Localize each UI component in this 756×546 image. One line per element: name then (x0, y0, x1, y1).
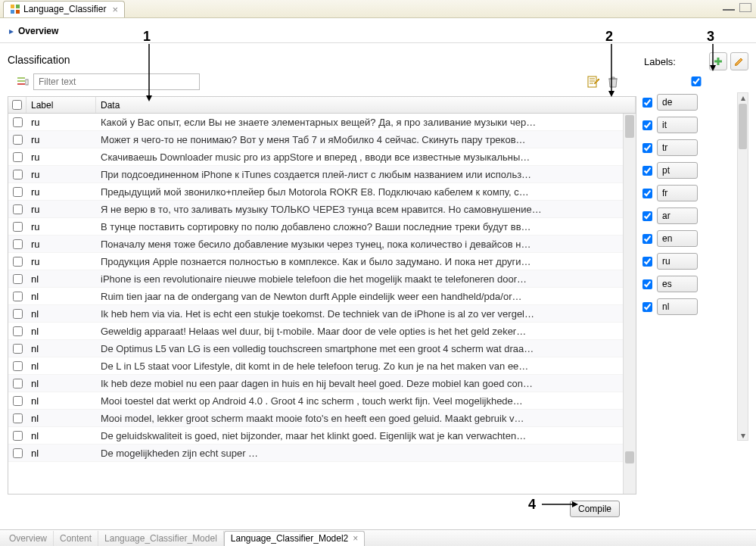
row-checkbox[interactable] (13, 222, 23, 232)
row-checkbox[interactable] (13, 274, 23, 284)
label-checkbox[interactable] (642, 234, 652, 244)
close-icon[interactable]: × (353, 533, 358, 544)
table-scrollbar[interactable] (623, 114, 636, 494)
label-chip[interactable]: ru (657, 253, 698, 270)
row-checkbox[interactable] (13, 326, 23, 336)
label-chip[interactable]: es (657, 276, 698, 292)
row-checkbox[interactable] (13, 309, 23, 319)
table-row[interactable]: nlMooi model, lekker groot scherm maakt … (8, 410, 636, 427)
bottom-tab-content[interactable]: Content (54, 531, 98, 546)
label-checkbox[interactable] (642, 98, 652, 108)
label-checkbox[interactable] (642, 302, 652, 312)
row-checkbox[interactable] (13, 344, 23, 354)
row-data: В тунце поставить сортировку по полю доб… (96, 221, 636, 232)
row-checkbox[interactable] (13, 135, 23, 145)
row-checkbox[interactable] (13, 448, 23, 458)
bottom-tab-model[interactable]: Language_Classifier_Model (98, 531, 224, 546)
label-checkbox[interactable] (642, 279, 652, 289)
row-checkbox[interactable] (13, 292, 23, 301)
row-checkbox[interactable] (13, 396, 23, 406)
label-chip[interactable]: nl (657, 298, 698, 315)
table-row[interactable]: ruПоначалу меня тоже бесило добавление м… (8, 236, 636, 253)
row-label: ru (26, 186, 96, 198)
compile-button[interactable]: Compile (570, 501, 620, 517)
label-checkbox[interactable] (642, 120, 652, 130)
add-label-button[interactable] (709, 52, 727, 70)
table-row[interactable]: ruПредыдущий мой звонилко+плейер был Mot… (8, 183, 636, 201)
labels-master-checkbox[interactable] (644, 76, 748, 86)
delete-icon[interactable] (606, 75, 620, 89)
scrollbar-thumb[interactable] (739, 104, 747, 149)
row-data: Ruim tien jaar na de ondergang van de Ne… (96, 291, 636, 302)
scrollbar-thumb[interactable] (625, 451, 634, 463)
column-data[interactable]: Data (96, 97, 636, 113)
row-checkbox[interactable] (13, 361, 23, 371)
overview-header[interactable]: ▸ Overview (0, 18, 756, 42)
row-data: При подсоединенном iPhone к iTunes созда… (96, 169, 636, 180)
filter-icon[interactable] (17, 76, 29, 88)
row-label: nl (26, 273, 96, 285)
row-data: De L in L5 staat voor Lifestyle, dit kom… (96, 360, 636, 372)
row-checkbox[interactable] (13, 431, 23, 441)
scrollbar-thumb[interactable] (625, 115, 634, 138)
label-chip[interactable]: pt (657, 162, 698, 179)
table-row[interactable]: ruВ тунце поставить сортировку по полю д… (8, 218, 636, 236)
table-row[interactable]: ruКакой у Вас опыт, если Вы не знаете эл… (8, 114, 636, 131)
maximize-button[interactable] (739, 3, 751, 12)
row-checkbox[interactable] (13, 204, 23, 214)
svg-rect-2 (11, 10, 14, 14)
table-row[interactable]: nliPhone is een revolutionaire nieuwe mo… (8, 270, 636, 288)
row-data: Ik heb hem via via. Het is echt een stuk… (96, 308, 636, 320)
select-all-checkbox[interactable] (12, 100, 22, 110)
row-checkbox[interactable] (13, 379, 23, 388)
table-row[interactable]: nlDe L in L5 staat voor Lifestyle, dit k… (8, 357, 636, 375)
table-row[interactable]: nlIk heb deze mobiel nu een paar dagen i… (8, 375, 636, 392)
close-icon[interactable]: × (112, 5, 118, 14)
scroll-up-icon[interactable]: ▴ (738, 93, 748, 102)
table-row[interactable]: nlGeweldig apparaat! Helaas wel duur, bi… (8, 323, 636, 340)
label-chip[interactable]: it (657, 117, 698, 133)
label-chip[interactable]: de (657, 94, 698, 111)
table-row[interactable]: nlDe geluidskwaliteit is goed, niet bijz… (8, 427, 636, 445)
label-chip[interactable]: fr (657, 185, 698, 201)
editor-tab[interactable]: Language_Classifier × (3, 1, 125, 17)
minimize-button[interactable] (723, 3, 735, 11)
row-checkbox[interactable] (13, 152, 23, 162)
row-data: Mooi model, lekker groot scherm maakt mo… (96, 413, 636, 424)
table-row[interactable]: ruПродукция Apple познается полностью в … (8, 253, 636, 270)
filter-input[interactable] (33, 73, 200, 90)
table-row[interactable]: nlMooi toestel dat werkt op Android 4.0 … (8, 392, 636, 410)
table-row[interactable]: nlRuim tien jaar na de ondergang van de … (8, 288, 636, 305)
row-checkbox[interactable] (13, 239, 23, 249)
label-checkbox[interactable] (642, 189, 652, 198)
bottom-tab-model2[interactable]: Language_Classifier_Model2 × (224, 531, 365, 546)
label-checkbox[interactable] (642, 257, 652, 267)
label-chip[interactable]: en (657, 230, 698, 247)
column-checkbox[interactable] (8, 97, 26, 113)
label-chip[interactable]: ar (657, 207, 698, 224)
classifier-icon (10, 4, 20, 14)
row-checkbox[interactable] (13, 170, 23, 179)
row-checkbox[interactable] (13, 257, 23, 267)
label-checkbox[interactable] (642, 143, 652, 153)
table-row[interactable]: ruСкачиваешь Downloader music pro из app… (8, 148, 636, 166)
label-checkbox[interactable] (642, 166, 652, 176)
column-label[interactable]: Label (26, 97, 96, 113)
table-row[interactable]: nlDe Optimus L5 van LG is een volledig t… (8, 340, 636, 357)
row-checkbox[interactable] (13, 117, 23, 127)
bottom-tab-overview[interactable]: Overview (3, 531, 54, 546)
edit-icon[interactable] (586, 75, 600, 89)
table-row[interactable]: ruЯ не верю в то, что заливать музыку ТО… (8, 201, 636, 218)
table-row[interactable]: ruМожет я чего-то не понимаю? Вот у меня… (8, 131, 636, 148)
row-checkbox[interactable] (13, 413, 23, 423)
scroll-down-icon[interactable]: ▾ (738, 431, 748, 440)
table-row[interactable]: nlIk heb hem via via. Het is echt een st… (8, 305, 636, 323)
table-row[interactable]: nlDe mogelijkheden zijn echt super … (8, 445, 636, 462)
label-chip[interactable]: tr (657, 139, 698, 156)
classification-title: Classification (8, 54, 636, 66)
table-row[interactable]: ruПри подсоединенном iPhone к iTunes соз… (8, 166, 636, 183)
row-checkbox[interactable] (13, 187, 23, 197)
labels-scrollbar[interactable]: ▴ ▾ (737, 92, 748, 441)
label-checkbox[interactable] (642, 211, 652, 221)
edit-label-button[interactable] (730, 52, 748, 70)
